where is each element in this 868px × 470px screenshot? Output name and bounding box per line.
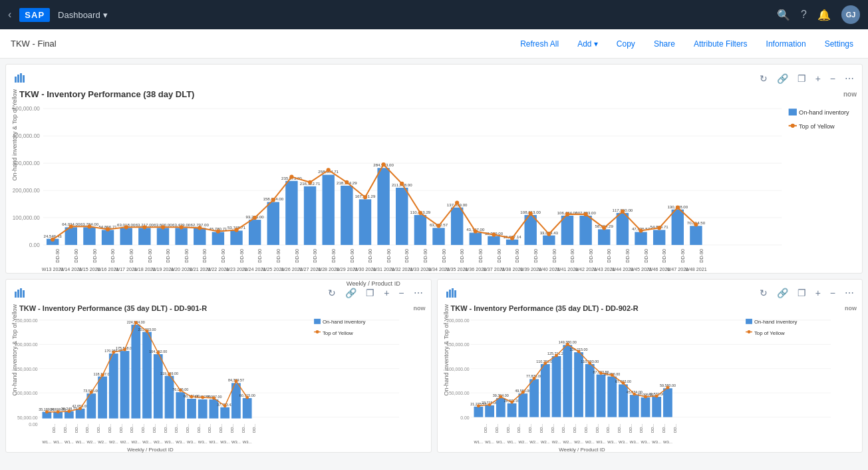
svg-text:W2...: W2... — [585, 440, 594, 444]
svg-rect-342 — [529, 379, 539, 417]
svg-rect-24 — [120, 228, 132, 245]
bl-fullscreen-button[interactable]: ❐ — [363, 286, 377, 300]
svg-rect-364 — [652, 397, 661, 417]
share-button[interactable]: Share — [650, 37, 679, 51]
svg-text:DD-90: DD-90 — [533, 249, 539, 263]
br-more-button[interactable]: ⋯ — [842, 286, 857, 300]
svg-point-94 — [161, 225, 165, 229]
br-zoom-out-button[interactable]: − — [827, 286, 838, 300]
svg-point-372 — [521, 390, 524, 393]
information-button[interactable]: Information — [762, 37, 810, 51]
svg-point-117 — [584, 212, 588, 216]
add-button[interactable]: Add ▾ — [573, 37, 602, 51]
bell-icon[interactable]: 🔔 — [817, 9, 831, 21]
svg-text:0.00: 0.00 — [460, 415, 470, 419]
svg-point-272 — [234, 379, 237, 383]
chart-type-button[interactable] — [11, 70, 29, 87]
svg-text:DD...: DD... — [606, 423, 610, 433]
bl-link-button[interactable]: 🔗 — [343, 286, 359, 300]
br-link-button[interactable]: 🔗 — [774, 286, 791, 300]
svg-rect-56 — [414, 215, 426, 245]
svg-rect-48 — [341, 186, 353, 245]
attribute-filters-button[interactable]: Attribute Filters — [690, 37, 752, 51]
svg-point-105 — [363, 195, 367, 199]
svg-text:Top of Yellow: Top of Yellow — [799, 123, 835, 130]
dashboard-menu[interactable]: Dashboard ▾ — [58, 10, 108, 20]
svg-point-101 — [289, 175, 293, 179]
main-zoom-out-button[interactable]: − — [827, 72, 838, 85]
svg-text:W2...: W2... — [518, 440, 527, 444]
svg-text:DD-90: DD-90 — [92, 249, 98, 263]
svg-text:DD-90: DD-90 — [589, 249, 594, 263]
svg-text:W3...: W3... — [176, 440, 185, 444]
svg-point-383 — [643, 395, 647, 398]
dropdown-icon: ▾ — [103, 10, 108, 20]
svg-point-268 — [190, 395, 194, 398]
svg-text:DD...: DD... — [152, 423, 156, 433]
bl-chart-type-button[interactable] — [11, 285, 29, 302]
svg-text:DD-90: DD-90 — [478, 249, 484, 263]
svg-rect-54 — [396, 188, 408, 245]
main-fullscreen-button[interactable]: ❐ — [795, 72, 809, 85]
svg-rect-231 — [120, 351, 130, 418]
svg-text:W3...: W3... — [619, 440, 628, 444]
svg-rect-3 — [23, 75, 25, 83]
svg-rect-202 — [15, 292, 17, 298]
svg-rect-74 — [579, 216, 591, 245]
svg-point-92 — [124, 225, 128, 229]
svg-rect-34 — [212, 232, 224, 245]
svg-point-108 — [418, 211, 422, 215]
main-refresh-button[interactable]: ↻ — [757, 72, 770, 85]
main-chart-container: ↻ 🔗 ❐ + − ⋯ On-hand inventory & Top of Y… — [5, 64, 863, 274]
bl-zoom-in-button[interactable]: + — [381, 286, 392, 300]
svg-text:200,000.00: 200,000.00 — [15, 342, 38, 347]
svg-text:DD-90: DD-90 — [221, 249, 226, 263]
svg-rect-233 — [131, 324, 140, 418]
svg-rect-84 — [672, 210, 684, 245]
svg-text:DD-90: DD-90 — [552, 249, 557, 263]
back-button[interactable]: ‹ — [8, 9, 11, 21]
svg-text:DD...: DD... — [130, 423, 134, 433]
svg-rect-354 — [596, 374, 605, 417]
br-fullscreen-button[interactable]: ❐ — [795, 286, 809, 300]
main-zoom-in-button[interactable]: + — [813, 72, 823, 85]
svg-rect-366 — [663, 388, 672, 417]
svg-rect-52 — [377, 168, 389, 245]
settings-button[interactable]: Settings — [821, 37, 857, 51]
svg-point-112 — [492, 233, 496, 237]
svg-text:Weekly / Product ID: Weekly / Product ID — [127, 446, 174, 452]
br-now-badge: now — [845, 305, 857, 312]
bl-more-button[interactable]: ⋯ — [411, 286, 426, 300]
avatar[interactable]: GJ — [841, 5, 860, 24]
br-chart-svg: 200,000.00 150,000.00 100,000.00 50,000.… — [451, 314, 857, 445]
svg-point-261 — [112, 350, 115, 353]
search-icon[interactable]: 🔍 — [777, 9, 790, 21]
bl-chart-title: TKW - Inventory Performance (35 day DLT)… — [19, 304, 207, 312]
main-link-button[interactable]: 🔗 — [774, 72, 791, 85]
svg-text:DD...: DD... — [230, 423, 234, 433]
br-refresh-button[interactable]: ↻ — [757, 286, 770, 300]
svg-text:DD-90: DD-90 — [515, 249, 520, 263]
refresh-all-button[interactable]: Refresh All — [516, 37, 563, 51]
svg-text:DD-90: DD-90 — [350, 249, 355, 263]
svg-text:DD-90: DD-90 — [699, 249, 704, 263]
br-zoom-in-button[interactable]: + — [813, 286, 823, 300]
bl-zoom-out-button[interactable]: − — [396, 286, 406, 300]
svg-text:W3...: W3... — [220, 440, 229, 444]
svg-text:W3...: W3... — [243, 440, 252, 444]
svg-text:DD...: DD... — [241, 423, 245, 433]
help-icon[interactable]: ? — [801, 9, 807, 21]
svg-text:W2...: W2... — [86, 440, 96, 444]
svg-text:DD-90: DD-90 — [148, 249, 153, 263]
svg-text:W2...: W2... — [120, 440, 130, 444]
bl-refresh-button[interactable]: ↻ — [325, 286, 339, 300]
br-chart-type-button[interactable] — [443, 285, 460, 302]
svg-text:W1...: W1... — [42, 440, 51, 444]
main-more-button[interactable]: ⋯ — [842, 72, 857, 85]
svg-text:DD...: DD... — [651, 423, 654, 433]
svg-point-257 — [67, 409, 71, 413]
svg-text:DD...: DD... — [583, 423, 587, 433]
svg-text:Top of Yellow: Top of Yellow — [754, 330, 784, 336]
br-chart-title: TKW - Inventory Performance (35 day DLT)… — [451, 304, 639, 312]
copy-button[interactable]: Copy — [613, 37, 639, 51]
